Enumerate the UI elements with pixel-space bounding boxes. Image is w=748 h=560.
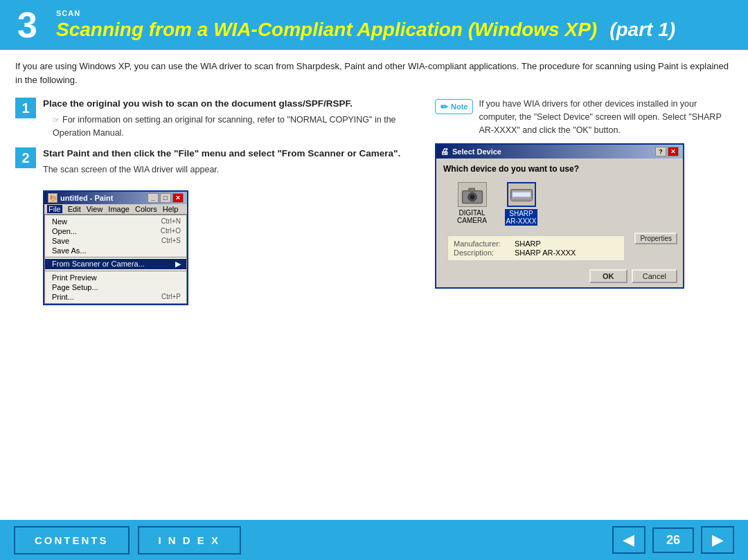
step-2-title: Start Paint and then click the "File" me…	[43, 147, 422, 161]
menu-save[interactable]: SaveCtrl+S	[45, 236, 186, 246]
note-badge: ✏ Note	[435, 99, 473, 114]
note-pencil-icon: ✏	[440, 102, 448, 112]
help-menu[interactable]: Help	[163, 205, 179, 213]
step-2-block: 2 Start Paint and then click the "File" …	[15, 147, 422, 177]
note-row: ✏ Note If you have WIA drivers for other…	[435, 98, 733, 136]
svg-rect-6	[510, 199, 532, 201]
manufacturer-value: SHARP	[515, 240, 541, 248]
step-2-note: The scan screen of the WIA driver will a…	[43, 163, 422, 177]
paint-title: untitled - Paint	[60, 194, 113, 202]
svg-rect-3	[468, 188, 474, 192]
step-1-content: Place the original you wish to scan on t…	[43, 98, 422, 139]
ok-button[interactable]: OK	[589, 269, 627, 283]
svg-point-2	[470, 195, 474, 199]
step-1-title: Place the original you wish to scan on t…	[43, 98, 422, 111]
dialog-titlebar: 🖨 Select Device ? ✕	[436, 145, 683, 159]
step-1-block: 1 Place the original you wish to scan on…	[15, 98, 422, 139]
sharp-label: SHARPAR-XXXX	[505, 209, 538, 226]
dialog-devices: DIGITALCAMERA SHARPAR-XXXX	[436, 177, 683, 231]
main-content: If you are using Windows XP, you can use…	[0, 50, 748, 312]
description-row: Description: SHARP AR-XXXX	[454, 249, 618, 257]
dialog-help-button[interactable]: ?	[655, 147, 666, 156]
file-menu[interactable]: File	[47, 205, 62, 213]
dialog-info: Manufacturer: SHARP Description: SHARP A…	[447, 235, 625, 261]
paint-window: 🎨 untitled - Paint _ □ ✕ File Edit View …	[43, 190, 188, 305]
left-column: 1 Place the original you wish to scan on…	[15, 98, 422, 305]
camera-icon	[458, 182, 487, 207]
paint-app-icon: 🎨	[48, 193, 57, 203]
dialog-titlebar-buttons: ? ✕	[655, 147, 679, 156]
separator-1	[45, 257, 186, 258]
note-label: Note	[451, 102, 467, 111]
right-column: ✏ Note If you have WIA drivers for other…	[435, 98, 733, 289]
paint-file-menu: NewCtrl+N Open...Ctrl+O SaveCtrl+S Save …	[44, 215, 187, 304]
menu-print-preview[interactable]: Print Preview	[45, 273, 186, 282]
image-menu[interactable]: Image	[108, 205, 130, 213]
device-camera[interactable]: DIGITALCAMERA	[453, 182, 491, 224]
paint-titlebar: 🎨 untitled - Paint _ □ ✕	[44, 192, 187, 204]
cancel-button[interactable]: Cancel	[632, 269, 677, 283]
page-header: 3 SCAN Scanning from a WIA-Compliant App…	[0, 0, 748, 50]
maximize-button[interactable]: □	[160, 193, 171, 203]
menu-open[interactable]: Open...Ctrl+O	[45, 226, 186, 236]
step-2-content: Start Paint and then click the "File" me…	[43, 147, 422, 177]
camera-label: DIGITALCAMERA	[457, 209, 487, 224]
step-1-number: 1	[15, 98, 36, 118]
menu-print[interactable]: Print...Ctrl+P	[45, 292, 186, 302]
dialog-scanner-icon: 🖨	[440, 147, 449, 156]
colors-menu[interactable]: Colors	[135, 205, 157, 213]
note-text: If you have WIA drivers for other device…	[479, 98, 733, 136]
menu-page-setup[interactable]: Page Setup...	[45, 282, 186, 292]
dialog-titlebar-left: 🖨 Select Device	[440, 147, 501, 156]
device-sharp[interactable]: SHARPAR-XXXX	[502, 182, 540, 226]
paint-screenshot-container: 🎨 untitled - Paint _ □ ✕ File Edit View …	[43, 185, 422, 305]
menu-new[interactable]: NewCtrl+N	[45, 217, 186, 226]
footer: CONTENTS I N D E X ◀ 26 ▶	[0, 520, 748, 560]
menu-saveas[interactable]: Save As...	[45, 246, 186, 255]
next-page-button[interactable]: ▶	[701, 526, 734, 554]
svg-rect-5	[512, 192, 531, 197]
scan-label: SCAN	[56, 9, 740, 17]
dialog-buttons: OK Cancel	[436, 265, 683, 287]
intro-text: If you are using Windows XP, you can use…	[15, 60, 733, 87]
paint-menubar: File Edit View Image Colors Help	[44, 204, 187, 215]
step-2-number: 2	[15, 147, 36, 168]
separator-2	[45, 271, 186, 271]
header-text-block: SCAN Scanning from a WIA-Compliant Appli…	[56, 9, 740, 41]
properties-button[interactable]: Properties	[634, 233, 677, 244]
select-device-dialog: 🖨 Select Device ? ✕ Which device do you …	[435, 143, 684, 289]
footer-nav: ◀ 26 ▶	[612, 526, 734, 554]
page-title: Scanning from a WIA-Compliant Applicatio…	[56, 19, 597, 41]
two-column-layout: 1 Place the original you wish to scan on…	[15, 98, 733, 305]
description-label: Description:	[454, 249, 509, 257]
manufacturer-row: Manufacturer: SHARP	[454, 240, 618, 248]
page-number: 26	[652, 527, 694, 553]
menu-from-scanner[interactable]: From Scanner or Camera... ▶	[45, 259, 186, 269]
view-menu[interactable]: View	[87, 205, 103, 213]
prev-page-button[interactable]: ◀	[612, 526, 645, 554]
chapter-number: 3	[8, 7, 46, 43]
scanner-svg	[509, 184, 534, 205]
close-button[interactable]: ✕	[172, 193, 184, 203]
page-part: (part 1)	[609, 19, 675, 41]
description-value: SHARP AR-XXXX	[515, 249, 576, 257]
index-button[interactable]: I N D E X	[138, 526, 242, 554]
sharp-icon	[507, 182, 536, 207]
dialog-close-button[interactable]: ✕	[668, 147, 679, 156]
contents-button[interactable]: CONTENTS	[14, 526, 130, 554]
dialog-question: Which device do you want to use?	[436, 159, 683, 177]
minimize-button[interactable]: _	[148, 193, 159, 203]
edit-menu[interactable]: Edit	[68, 205, 81, 213]
manufacturer-label: Manufacturer:	[454, 240, 509, 248]
camera-svg	[460, 184, 485, 205]
step-1-sub: For information on setting an original f…	[53, 114, 422, 140]
dialog-title: Select Device	[452, 147, 501, 156]
